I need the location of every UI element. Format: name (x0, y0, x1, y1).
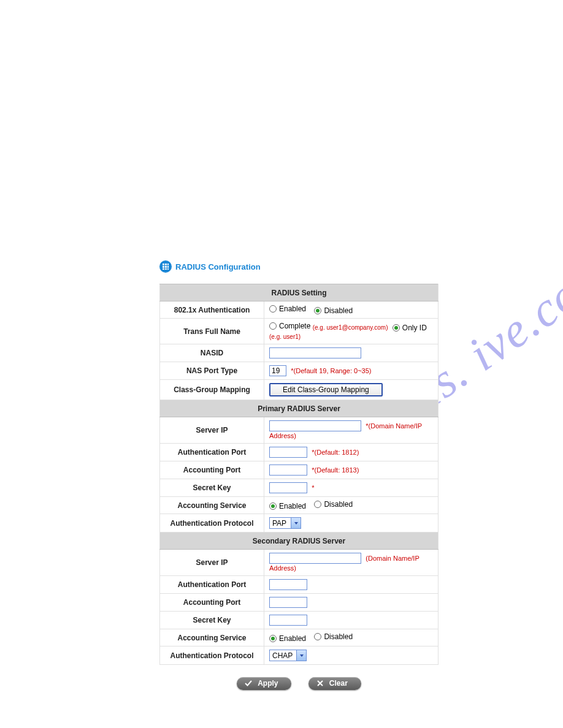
secondary-acct-port-input[interactable] (269, 597, 307, 608)
config-table: RADIUS Setting 802.1x Authentication Ena… (159, 284, 439, 665)
radio-label: Disabled (324, 500, 353, 509)
radio-primary-acct-disabled[interactable]: Disabled (314, 500, 353, 509)
svg-rect-4 (165, 266, 167, 268)
hint-nas-port-type: *(Default 19, Range: 0~35) (291, 367, 371, 374)
secondary-server-ip-input[interactable] (269, 553, 361, 564)
clear-button[interactable]: Clear (308, 677, 361, 690)
svg-rect-8 (167, 268, 169, 270)
radio-trans-complete[interactable]: Complete (269, 322, 310, 330)
secondary-auth-port-input[interactable] (269, 579, 307, 590)
hint-complete-example: (e.g. user1@company.com) (313, 324, 388, 331)
radio-label: Complete (279, 322, 310, 330)
radio-label: Enabled (279, 305, 306, 313)
radio-label: Disabled (324, 306, 353, 315)
radio-secondary-acct-enabled[interactable]: Enabled (269, 634, 306, 643)
svg-rect-5 (167, 266, 169, 268)
label-primary-acct-svc: Accounting Service (160, 497, 264, 514)
radio-8021x-enabled[interactable]: Enabled (269, 305, 306, 313)
button-label: Clear (329, 679, 348, 688)
select-value: CHAP (270, 651, 296, 660)
radio-label: Enabled (279, 502, 306, 510)
svg-rect-6 (163, 268, 164, 270)
section-header-primary: Primary RADIUS Server (160, 400, 439, 417)
label-nasid: NASID (160, 344, 264, 362)
page-title-row: RADIUS Configuration (159, 260, 439, 273)
radio-secondary-acct-disabled[interactable]: Disabled (314, 632, 353, 641)
section-header-secondary: Secondary RADIUS Server (160, 533, 439, 550)
label-class-group: Class-Group Mapping (160, 380, 264, 400)
check-icon (244, 679, 253, 688)
secondary-secret-input[interactable] (269, 615, 307, 626)
label-secondary-auth-port: Authentication Port (160, 576, 264, 594)
section-header-setting: RADIUS Setting (160, 284, 439, 301)
label-8021x: 802.1x Authentication (160, 301, 264, 319)
label-nas-port-type: NAS Port Type (160, 362, 264, 380)
primary-acct-port-input[interactable] (269, 464, 307, 476)
hint-primary-acct-port: *(Default: 1813) (312, 466, 359, 474)
hint-primary-auth-port: *(Default: 1812) (312, 449, 359, 456)
button-label: Apply (258, 679, 278, 688)
svg-rect-2 (167, 264, 169, 265)
label-secondary-secret: Secret Key (160, 612, 264, 629)
nasid-input[interactable] (269, 347, 361, 358)
grid-icon (159, 260, 172, 273)
svg-rect-1 (165, 264, 167, 265)
primary-server-ip-input[interactable] (269, 420, 361, 431)
radio-label: Enabled (279, 634, 306, 643)
radio-primary-acct-enabled[interactable]: Enabled (269, 502, 306, 510)
nas-port-type-input[interactable] (269, 365, 286, 376)
label-secondary-acct-svc: Accounting Service (160, 629, 264, 646)
primary-auth-proto-select[interactable]: PAP (269, 517, 301, 529)
primary-secret-input[interactable] (269, 482, 307, 493)
page-title: RADIUS Configuration (175, 262, 261, 271)
label-secondary-auth-proto: Authentication Protocol (160, 646, 264, 665)
hint-primary-secret: * (312, 484, 314, 491)
radio-trans-onlyid[interactable]: Only ID (393, 324, 427, 332)
edit-class-group-button[interactable]: Edit Class-Group Mapping (269, 383, 383, 396)
svg-rect-0 (163, 264, 164, 265)
svg-rect-7 (165, 268, 167, 270)
close-icon (316, 679, 324, 688)
footer-buttons: Apply Clear (159, 677, 439, 690)
select-value: PAP (270, 519, 291, 528)
hint-onlyid-example: (e.g. user1) (269, 333, 301, 340)
label-primary-server-ip: Server IP (160, 417, 264, 444)
primary-auth-port-input[interactable] (269, 447, 307, 458)
label-primary-auth-proto: Authentication Protocol (160, 514, 264, 533)
radius-config-panel: RADIUS Configuration RADIUS Setting 802.… (159, 260, 439, 690)
label-secondary-acct-port: Accounting Port (160, 594, 264, 612)
secondary-auth-proto-select[interactable]: CHAP (269, 650, 307, 661)
label-secondary-server-ip: Server IP (160, 550, 264, 576)
chevron-down-icon (296, 650, 306, 661)
radio-label: Disabled (324, 632, 353, 641)
apply-button[interactable]: Apply (237, 677, 291, 690)
label-primary-auth-port: Authentication Port (160, 444, 264, 461)
label-trans-full-name: Trans Full Name (160, 319, 264, 344)
radio-label: Only ID (402, 324, 427, 332)
radio-8021x-disabled[interactable]: Disabled (314, 306, 353, 315)
label-primary-secret: Secret Key (160, 479, 264, 497)
chevron-down-icon (291, 518, 301, 528)
label-primary-acct-port: Accounting Port (160, 461, 264, 479)
svg-rect-3 (163, 266, 164, 268)
